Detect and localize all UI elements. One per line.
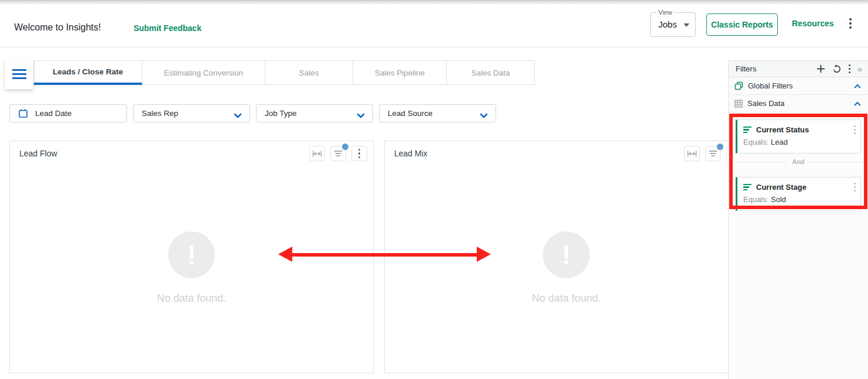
chevron-up-icon — [854, 84, 861, 88]
resources-link[interactable]: Resources — [792, 19, 834, 28]
fit-width-button[interactable] — [684, 146, 700, 161]
filter-lines-icon — [334, 150, 343, 157]
fit-width-icon — [687, 151, 697, 157]
view-select-value: Jobs — [658, 19, 677, 29]
no-data-text: No data found. — [532, 292, 601, 305]
filter-more-options-icon[interactable] — [854, 183, 856, 192]
chevron-down-icon — [234, 111, 242, 120]
filter-value: Lead — [771, 138, 788, 146]
page-title: Welcome to Insights! — [14, 22, 101, 33]
lead-date-filter[interactable]: Lead Date — [9, 104, 127, 122]
filter-field-icon — [743, 127, 751, 134]
exclamation-icon: ! — [543, 231, 590, 278]
lead-source-label: Lead Source — [388, 109, 433, 118]
calendar-icon — [18, 108, 28, 118]
table-grid-icon — [734, 100, 743, 108]
chevron-up-icon — [854, 101, 861, 106]
more-options-icon — [358, 149, 361, 159]
lead-source-filter[interactable]: Lead Source — [379, 104, 496, 122]
classic-reports-button[interactable]: Classic Reports — [706, 13, 778, 36]
chevron-down-icon — [684, 23, 689, 27]
fit-width-button[interactable] — [309, 146, 325, 161]
window-top-strip — [0, 0, 868, 4]
filter-card-current-stage[interactable]: Current Stage Equals: Sold — [736, 177, 861, 211]
filter-card-current-status[interactable]: Current Status Equals: Lead — [736, 119, 861, 153]
filter-more-options-icon[interactable] — [854, 125, 856, 134]
tab-sales[interactable]: Sales — [265, 60, 353, 85]
section-global-filters[interactable]: Global Filters — [729, 77, 868, 95]
filters-panel: Filters » Global Filters Sales Data Curr… — [728, 60, 868, 379]
add-filter-icon — [816, 64, 825, 73]
chevron-down-icon — [480, 111, 488, 120]
app-header: Welcome to Insights! Submit Feedback Vie… — [0, 4, 868, 47]
filter-name: Current Stage — [756, 183, 854, 192]
lead-flow-card: Lead Flow ! No data found. — [9, 141, 374, 373]
view-select-label: View — [656, 9, 675, 16]
tab-sales-data[interactable]: Sales Data — [447, 60, 535, 85]
filters-panel-header: Filters » — [729, 61, 868, 77]
menu-button[interactable] — [5, 59, 33, 89]
lead-mix-empty-state: ! No data found. — [385, 231, 748, 305]
card-filter-button[interactable] — [705, 146, 721, 161]
filter-operator: Equals: — [743, 195, 771, 204]
view-select[interactable]: View Jobs — [650, 12, 696, 37]
card-filter-button[interactable] — [330, 146, 346, 161]
sales-rep-label: Sales Rep — [142, 109, 178, 118]
hamburger-icon — [12, 69, 26, 79]
job-type-filter[interactable]: Job Type — [256, 104, 373, 122]
section-sales-data[interactable]: Sales Data — [729, 95, 868, 112]
filters-panel-title: Filters — [736, 64, 809, 73]
no-data-text: No data found. — [157, 292, 226, 305]
filter-operator: Equals: — [743, 138, 771, 146]
sales-rep-filter[interactable]: Sales Rep — [133, 104, 250, 122]
section-label: Sales Data — [747, 99, 854, 108]
conjunction-label: And — [788, 158, 809, 165]
global-filters-icon — [734, 81, 743, 90]
active-filter-badge — [717, 144, 723, 150]
undo-button[interactable] — [832, 64, 842, 73]
lead-mix-title: Lead Mix — [394, 149, 679, 158]
tab-leads-close-rate[interactable]: Leads / Close Rate — [34, 60, 142, 85]
fit-width-icon — [312, 151, 322, 157]
lead-flow-empty-state: ! No data found. — [10, 231, 373, 305]
conjunction-divider: And — [736, 153, 861, 170]
dashboard-tabs: Leads / Close Rate Estimating Conversion… — [33, 60, 535, 85]
exclamation-icon: ! — [168, 231, 215, 278]
tab-sales-pipeline[interactable]: Sales Pipeline — [353, 60, 447, 85]
header-more-options-icon[interactable] — [849, 18, 852, 29]
filter-condition: Equals: Sold — [743, 195, 856, 204]
filter-field-icon — [743, 184, 751, 191]
lead-mix-card: Lead Mix ! No data found. — [384, 141, 749, 373]
filter-value: Sold — [771, 195, 786, 204]
tab-estimating-conversion[interactable]: Estimating Conversion — [142, 60, 265, 85]
panel-more-options-icon[interactable] — [849, 64, 850, 73]
filter-lines-icon — [709, 150, 717, 157]
submit-feedback-link[interactable]: Submit Feedback — [134, 23, 201, 33]
lead-flow-title: Lead Flow — [19, 149, 304, 158]
active-filter-badge — [342, 144, 348, 150]
chevron-down-icon — [357, 111, 365, 120]
collapse-panel-icon[interactable]: » — [857, 64, 862, 73]
filter-name: Current Status — [756, 125, 854, 134]
undo-icon — [832, 64, 842, 73]
lead-mix-card-header: Lead Mix — [385, 141, 748, 166]
job-type-label: Job Type — [265, 109, 297, 118]
card-more-options-button[interactable] — [351, 146, 367, 161]
lead-date-label: Lead Date — [35, 109, 71, 118]
lead-flow-card-header: Lead Flow — [10, 141, 373, 166]
add-filter-button[interactable] — [816, 64, 825, 73]
section-label: Global Filters — [748, 81, 854, 90]
filter-condition: Equals: Lead — [743, 138, 856, 146]
